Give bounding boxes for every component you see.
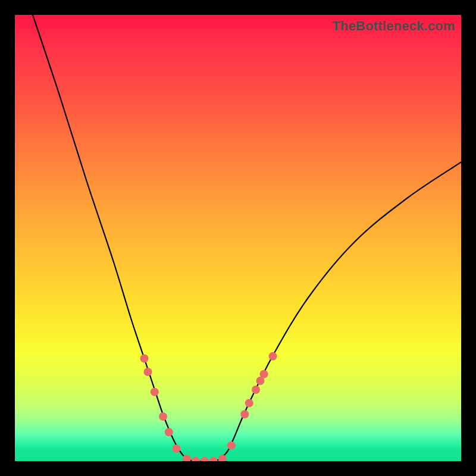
chart-stage: TheBottleneck.com <box>0 0 476 476</box>
curve-marker <box>144 368 152 376</box>
curve-marker <box>240 410 249 418</box>
curve-marker <box>269 352 277 361</box>
curve-marker <box>192 457 200 461</box>
curve-layer <box>15 15 461 461</box>
curve-marker <box>201 457 209 461</box>
curve-marker <box>209 457 218 461</box>
curve-marker <box>252 386 260 394</box>
curve-marker <box>151 388 159 396</box>
curve-marker <box>218 455 227 461</box>
plot-area: TheBottleneck.com <box>15 15 461 461</box>
bottleneck-curve <box>33 15 461 461</box>
curve-marker <box>245 399 253 408</box>
curve-marker <box>227 441 236 450</box>
curve-marker <box>260 370 268 378</box>
curve-marker <box>140 355 149 363</box>
curve-marker <box>165 428 173 436</box>
curve-marker <box>159 412 167 421</box>
curve-marker <box>173 444 181 453</box>
